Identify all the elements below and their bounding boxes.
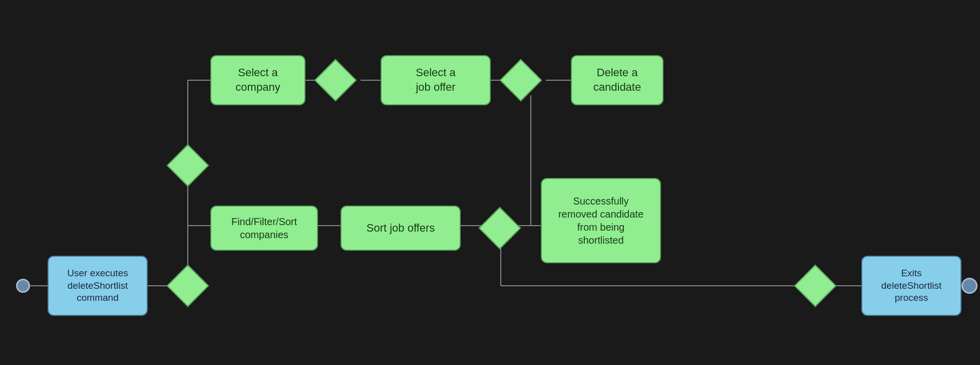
- diagram-container: User executes deleteShortlist command Se…: [0, 0, 980, 365]
- diamond-3: [500, 59, 542, 102]
- diamond-6: [794, 265, 837, 307]
- end-circle: [961, 278, 977, 294]
- find-filter-sort-box: Find/Filter/Sort companies: [210, 206, 318, 251]
- select-company-box: Select a company: [210, 55, 305, 105]
- start-circle: [16, 279, 30, 293]
- exits-box: Exits deleteShortlist process: [861, 256, 961, 316]
- select-job-offer-box: Select a job offer: [381, 55, 491, 105]
- diamond-2: [314, 59, 357, 102]
- user-executes-box: User executes deleteShortlist command: [48, 256, 148, 316]
- sort-job-offers-box: Sort job offers: [341, 206, 461, 251]
- delete-candidate-box: Delete a candidate: [571, 55, 664, 105]
- diamond-4: [167, 144, 209, 187]
- diamond-5: [479, 207, 521, 250]
- diamond-1: [167, 265, 209, 307]
- successfully-removed-box: Successfully removed candidate from bein…: [541, 178, 661, 263]
